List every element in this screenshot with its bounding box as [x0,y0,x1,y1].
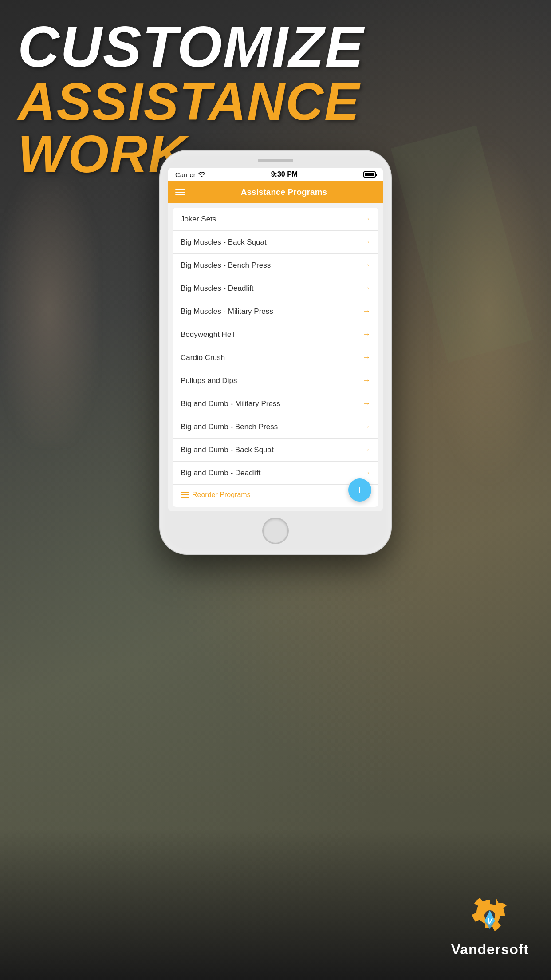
phone-speaker [258,159,293,162]
list-item-label: Joker Sets [181,215,216,224]
phone-home-button[interactable] [262,518,289,544]
list-item-label: Big Muscles - Deadlift [181,284,253,293]
list-item-label: Big Muscles - Military Press [181,307,273,316]
list-item[interactable]: Bodyweight Hell→ [173,323,378,346]
arrow-icon: → [362,353,370,362]
menu-button[interactable] [175,189,185,195]
phone-device: Carrier 9:30 PM [160,151,391,554]
list-item-label: Cardio Crush [181,353,225,362]
list-item-label: Big and Dumb - Back Squat [181,446,274,454]
list-item[interactable]: Pullups and Dips→ [173,369,378,392]
arrow-icon: → [362,468,370,478]
list-item-label: Big and Dumb - Bench Press [181,423,278,431]
arrow-icon: → [362,307,370,316]
vandersoft-logo: V Vandersoft [451,893,529,958]
list-item[interactable]: Big and Dumb - Bench Press→ [173,415,378,439]
reorder-button[interactable]: Reorder Programs [181,491,251,499]
list-item[interactable]: Big Muscles - Deadlift→ [173,277,378,300]
svg-text:V: V [487,917,493,925]
list-item-label: Big and Dumb - Military Press [181,399,280,408]
arrow-icon: → [362,330,370,339]
arrow-icon: → [362,376,370,385]
phone-frame: Carrier 9:30 PM [160,151,391,554]
status-right [363,171,376,178]
brand-name: Vandersoft [451,941,529,958]
list-item-label: Big Muscles - Bench Press [181,261,271,270]
nav-title: Assistance Programs [192,187,376,197]
add-program-button[interactable]: + [348,478,371,502]
arrow-icon: → [362,422,370,431]
arrow-icon: → [362,445,370,454]
list-item[interactable]: Big and Dumb - Deadlift→ [173,462,378,485]
header-line2: ASSISTANCE [18,75,364,128]
arrow-icon: → [362,399,370,408]
status-time: 9:30 PM [271,170,298,178]
reorder-label: Reorder Programs [192,491,251,499]
list-item[interactable]: Joker Sets→ [173,208,378,231]
gear-icon: V [468,893,512,938]
arrow-icon: → [362,237,370,247]
nav-bar: Assistance Programs [168,181,383,203]
list-item-label: Bodyweight Hell [181,330,235,339]
wifi-icon [198,171,205,178]
arrow-icon: → [362,214,370,224]
phone-screen: Carrier 9:30 PM [168,168,383,511]
list-item[interactable]: Big Muscles - Bench Press→ [173,254,378,277]
reorder-icon [181,492,189,498]
status-bar: Carrier 9:30 PM [168,168,383,181]
person-blur-left [0,178,98,444]
list-item-label: Big Muscles - Back Squat [181,238,267,247]
carrier-label: Carrier [175,171,196,178]
header-line1: CUSTOMIZE [18,18,364,75]
status-left: Carrier [175,171,205,178]
list-item[interactable]: Big and Dumb - Back Squat→ [173,439,378,462]
list-item[interactable]: Big and Dumb - Military Press→ [173,392,378,415]
list-item[interactable]: Big Muscles - Back Squat→ [173,231,378,254]
battery-icon [363,171,376,178]
list-item[interactable]: Cardio Crush→ [173,346,378,369]
arrow-icon: → [362,284,370,293]
list-item-label: Pullups and Dips [181,376,237,385]
gym-blur-right [427,133,551,488]
list-item[interactable]: Big Muscles - Military Press→ [173,300,378,323]
programs-list: Joker Sets→Big Muscles - Back Squat→Big … [173,208,378,507]
list-item-label: Big and Dumb - Deadlift [181,469,260,478]
arrow-icon: → [362,261,370,270]
list-footer: Reorder Programs+ [173,485,378,507]
